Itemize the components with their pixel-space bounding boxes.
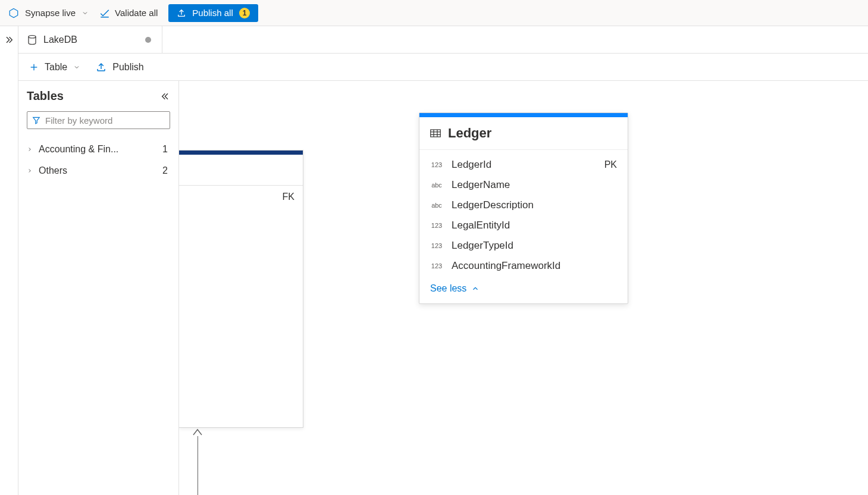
chevrons-left-icon [161,92,170,101]
new-table-dropdown[interactable]: Table [29,62,80,73]
svg-marker-5 [33,117,40,124]
card-stripe [419,113,628,117]
column-type-hint: abc [430,202,443,209]
column-type-hint: 123 [430,222,443,229]
chevron-up-icon [471,284,480,293]
unsaved-indicator-icon [145,37,151,43]
filter-input[interactable] [45,115,165,126]
column-type-hint: 123 [430,262,443,270]
tabbar: LakeDB [18,26,868,54]
tree-group-count: 2 [162,165,170,176]
publish-upload-icon [96,62,106,73]
table-column-row[interactable]: abcLedgerName [419,175,628,195]
column-name: LedgerName [452,179,510,191]
publish-upload-icon [177,8,186,18]
database-icon [27,34,37,46]
tables-panel: Tables Accounting & Fin...1Others2 [18,81,179,495]
column-name: AccountingFrameworkId [452,260,560,272]
see-less-label: See less [430,283,466,294]
column-name: LedgerDescription [452,199,534,211]
column-key-label: FK [283,192,294,202]
arrow-up-head-icon [192,428,203,436]
table-column-row[interactable]: 123LedgerTypeId [419,236,628,256]
tables-heading: Tables [27,89,64,103]
card-stripe [179,151,303,155]
svg-marker-0 [10,8,18,17]
table-card-ledger[interactable]: Ledger 123LedgerIdPKabcLedgerNameabcLedg… [419,112,628,304]
see-less-toggle[interactable]: See less [419,277,628,303]
table-column-row[interactable]: 123LegalEntityId [419,215,628,236]
top-toolbar: Synapse live Validate all Publish all 1 [0,0,868,26]
table-grid-icon [430,129,441,137]
card-title: Ledger [448,126,491,141]
filter-icon [32,116,40,124]
actionbar: Table Publish [18,54,868,81]
tables-tree: Accounting & Fin...1Others2 [27,139,170,181]
column-type-hint: 123 [430,161,443,168]
column-name: LedgerTypeId [452,240,513,252]
table-column-row[interactable]: 123LedgerIdPK [419,155,628,175]
column-list: 123LedgerIdPKabcLedgerNameabcLedgerDescr… [419,150,628,277]
column-name: LegalEntityId [452,220,510,231]
tree-group-count: 1 [162,144,170,155]
chevron-down-icon [73,64,80,71]
table-card-partial[interactable]: FK [179,150,303,428]
relationship-arrow [192,428,203,495]
synapse-live-label: Synapse live [25,8,76,18]
card-title-row [179,155,303,186]
synapse-live-dropdown[interactable]: Synapse live [8,8,89,18]
table-column-row: FK [179,186,303,208]
plus-icon [29,62,39,72]
publish-button[interactable]: Publish [96,62,143,73]
left-expand-column [0,26,18,495]
tree-group[interactable]: Accounting & Fin...1 [27,139,170,160]
tab-label: LakeDB [43,35,77,45]
publish-label: Publish [112,62,143,73]
caret-right-icon [27,168,33,174]
chevron-down-icon [82,10,89,17]
column-type-hint: abc [430,181,443,189]
expand-left-panel-button[interactable] [4,35,14,44]
column-type-hint: 123 [430,242,443,249]
svg-point-2 [29,35,36,38]
caret-right-icon [27,146,33,152]
table-column-row[interactable]: 123AccountingFrameworkId [419,256,628,276]
new-table-label: Table [45,62,67,73]
table-column-row[interactable]: abcLedgerDescription [419,195,628,215]
tab-lakedb[interactable]: LakeDB [18,26,162,53]
column-name: LedgerId [452,159,491,171]
publish-all-label: Publish all [192,8,233,18]
tree-group[interactable]: Others2 [27,160,170,181]
card-body [179,208,303,427]
canvas[interactable]: FK Ledger 123LedgerIdPKabcLedgerNameabcL… [179,81,868,495]
validate-all-button[interactable]: Validate all [99,8,158,18]
collapse-tables-panel-button[interactable] [161,91,170,101]
filter-input-wrapper[interactable] [27,111,170,129]
tree-group-label: Others [39,165,156,176]
tree-group-label: Accounting & Fin... [39,144,156,155]
validate-checklist-icon [99,8,110,18]
publish-count-badge: 1 [239,8,250,18]
svg-rect-6 [431,130,441,137]
column-key-label: PK [604,159,617,170]
validate-all-label: Validate all [115,8,158,18]
synapse-hex-icon [8,8,19,18]
chevrons-right-icon [4,35,14,45]
publish-all-button[interactable]: Publish all 1 [168,4,258,22]
